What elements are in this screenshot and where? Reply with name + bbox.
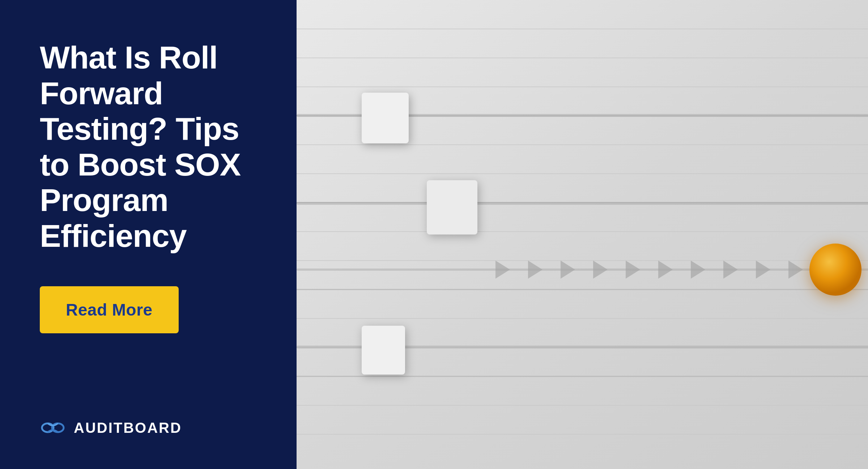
svg-rect-21 [427,180,477,234]
svg-rect-19 [362,93,409,143]
auditboard-logo-icon [40,419,66,436]
svg-rect-32 [297,269,868,271]
ridges-background [297,0,868,469]
left-panel: What Is Roll Forward Testing? Tips to Bo… [0,0,297,469]
title-section: What Is Roll Forward Testing? Tips to Bo… [40,40,264,390]
svg-rect-35 [362,326,405,375]
main-title: What Is Roll Forward Testing? Tips to Bo… [40,40,264,254]
read-more-button[interactable]: Read More [40,286,179,333]
svg-point-33 [809,244,861,296]
logo-text: AUDITBOARD [74,420,182,436]
page-container: What Is Roll Forward Testing? Tips to Bo… [0,0,868,469]
logo-section: AUDITBOARD [40,419,264,436]
svg-rect-20 [297,202,868,205]
svg-rect-2 [297,0,868,469]
right-panel [297,0,868,469]
